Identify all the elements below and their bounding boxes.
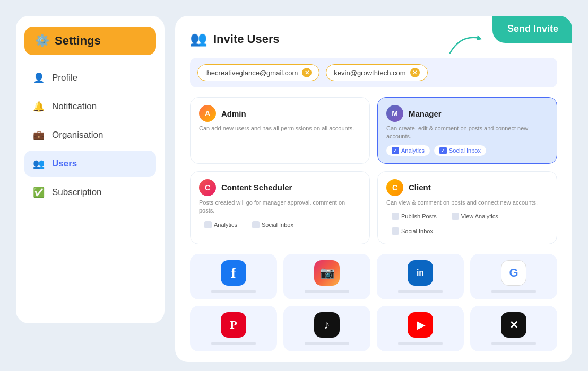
google-icon: G: [501, 260, 526, 286]
pinterest-icon: P: [221, 312, 246, 338]
avatar-client: C: [386, 179, 403, 196]
social-card-instagram[interactable]: 📷: [283, 254, 370, 299]
social-card-twitter[interactable]: ✕: [470, 306, 557, 351]
social-label-youtube: [398, 342, 443, 345]
social-grid: f 📷 in G P ♪: [190, 254, 557, 351]
uncheck-icon: [204, 221, 212, 228]
sidebar-item-profile[interactable]: 👤 Profile: [24, 65, 156, 91]
scheduler-badges: Analytics Social Inbox: [199, 219, 361, 230]
roles-grid: A Admin Can add new users and has all pe…: [190, 97, 557, 244]
social-card-facebook[interactable]: f: [190, 254, 277, 299]
sidebar-item-label: Profile: [52, 73, 77, 83]
social-card-pinterest[interactable]: P: [190, 306, 277, 351]
role-name-scheduler: Content Scheduler: [221, 183, 292, 192]
role-card-admin[interactable]: A Admin Can add new users and has all pe…: [190, 97, 370, 164]
social-label-linkedin: [398, 290, 443, 293]
uncheck-icon: [252, 221, 260, 228]
sidebar-item-label: Users: [52, 158, 77, 169]
remove-email-1[interactable]: ✕: [410, 68, 420, 77]
organisation-icon: 💼: [33, 129, 45, 141]
role-desc-admin: Can add new users and has all permission…: [199, 125, 361, 132]
badge-social-inbox-manager: ✓ Social Inbox: [434, 145, 486, 156]
panel-title: Invite Users: [213, 32, 280, 46]
facebook-icon: f: [221, 260, 246, 286]
tiktok-icon: ♪: [314, 312, 340, 338]
svg-marker-0: [477, 35, 482, 40]
remove-email-0[interactable]: ✕: [302, 68, 312, 77]
sidebar-item-label: Notification: [52, 101, 97, 112]
social-label-twitter: [491, 342, 536, 345]
sidebar-item-subscription[interactable]: ✅ Subscription: [24, 179, 156, 206]
role-name-client: Client: [409, 183, 431, 192]
badge-analytics-scheduler: Analytics: [199, 219, 243, 230]
badge-social-inbox-scheduler: Social Inbox: [247, 219, 299, 230]
badge-analytics-client: View Analytics: [446, 211, 504, 222]
manager-badges: ✓ Analytics ✓ Social Inbox: [386, 145, 548, 156]
role-name-manager: Manager: [409, 109, 442, 118]
youtube-icon: ▶: [408, 312, 433, 338]
invite-users-icon: 👥: [190, 31, 207, 47]
role-desc-client: Can view & comment on posts and connect …: [386, 199, 548, 207]
social-label-instagram: [305, 290, 349, 293]
settings-icon: ⚙️: [35, 34, 49, 48]
check-icon: ✓: [392, 147, 399, 154]
profile-icon: 👤: [33, 72, 45, 84]
role-name-admin: Admin: [221, 109, 246, 118]
role-card-content-scheduler[interactable]: C Content Scheduler Posts created will g…: [190, 171, 370, 244]
subscription-icon: ✅: [33, 187, 45, 198]
email-tag-1: kevin@growthtech.com ✕: [326, 64, 427, 81]
role-desc-scheduler: Posts created will go for manager approv…: [199, 199, 361, 215]
uncheck-icon: [392, 227, 399, 235]
email-address-0: thecreativeglance@gmail.com: [205, 69, 298, 77]
app-container: ⚙️ Settings 👤 Profile 🔔 Notification 💼 O…: [0, 0, 588, 371]
sidebar-header: ⚙️ Settings: [24, 26, 156, 55]
send-invite-button[interactable]: Send Invite: [492, 16, 572, 43]
social-label-tiktok: [305, 342, 349, 345]
users-icon: 👥: [33, 158, 45, 170]
client-badges: Publish Posts View Analytics Social Inbo…: [386, 211, 548, 236]
badge-analytics-manager: ✓ Analytics: [386, 145, 430, 156]
avatar-admin: A: [199, 105, 216, 122]
sidebar-item-notification[interactable]: 🔔 Notification: [24, 93, 156, 120]
instagram-icon: 📷: [314, 260, 340, 286]
sidebar-item-label: Organisation: [52, 130, 103, 140]
email-tags-row: thecreativeglance@gmail.com ✕ kevin@grow…: [190, 58, 557, 87]
social-card-linkedin[interactable]: in: [377, 254, 464, 299]
social-label-facebook: [211, 290, 256, 293]
uncheck-icon: [392, 213, 399, 220]
role-card-manager[interactable]: M Manager Can create, edit & comment on …: [377, 97, 557, 164]
social-card-tiktok[interactable]: ♪: [283, 306, 370, 351]
role-desc-manager: Can create, edit & comment on posts and …: [386, 125, 548, 141]
linkedin-icon: in: [408, 260, 433, 286]
sidebar: ⚙️ Settings 👤 Profile 🔔 Notification 💼 O…: [16, 16, 165, 323]
sidebar-item-users[interactable]: 👥 Users: [24, 151, 156, 177]
badge-publish-client: Publish Posts: [386, 211, 442, 222]
arrow-decoration: [445, 32, 487, 58]
social-card-youtube[interactable]: ▶: [377, 306, 464, 351]
sidebar-title: Settings: [55, 34, 101, 48]
notification-icon: 🔔: [33, 101, 45, 112]
avatar-manager: M: [386, 105, 403, 122]
sidebar-item-label: Subscription: [52, 187, 102, 198]
email-address-1: kevin@growthtech.com: [334, 69, 405, 77]
social-label-pinterest: [211, 342, 256, 345]
email-tag-0: thecreativeglance@gmail.com ✕: [197, 64, 319, 81]
main-panel: Send Invite 👥 Invite Users thecreativegl…: [175, 16, 572, 362]
twitter-x-icon: ✕: [501, 312, 526, 338]
social-label-google: [491, 290, 536, 293]
avatar-scheduler: C: [199, 179, 216, 196]
check-icon: ✓: [439, 147, 447, 154]
sidebar-item-organisation[interactable]: 💼 Organisation: [24, 122, 156, 148]
badge-social-inbox-client: Social Inbox: [386, 226, 438, 236]
role-card-client[interactable]: C Client Can view & comment on posts and…: [377, 171, 557, 244]
uncheck-icon: [452, 213, 459, 220]
social-card-google[interactable]: G: [470, 254, 557, 299]
